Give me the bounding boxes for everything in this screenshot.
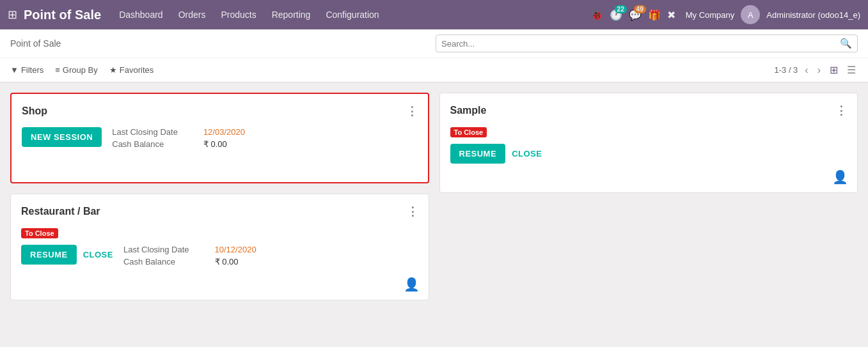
shop-card-header: Shop ⋮	[22, 104, 418, 118]
search-input[interactable]	[441, 39, 840, 49]
app-brand: Point of Sale	[24, 8, 101, 22]
nav-products[interactable]: Products	[221, 7, 256, 22]
pos-card-restaurant: Restaurant / Bar ⋮ To Close RESUME CLOSE…	[10, 194, 429, 300]
chat-badge: 49	[634, 5, 646, 13]
favorites-label: Favorites	[120, 65, 154, 75]
restaurant-card-menu-icon[interactable]: ⋮	[407, 204, 418, 219]
chat-icon[interactable]: 💬 49	[629, 9, 642, 21]
pos-card-shop: Shop ⋮ NEW SESSION Last Closing Date Cas…	[10, 93, 429, 183]
restaurant-card-title: Restaurant / Bar	[21, 206, 100, 217]
restaurant-resume-button[interactable]: RESUME	[21, 245, 77, 265]
gift-icon[interactable]: 🎁	[648, 9, 661, 21]
company-name[interactable]: My Company	[686, 10, 735, 20]
restaurant-info-values: 10/12/2020 ₹ 0.00	[215, 245, 256, 266]
new-session-button[interactable]: NEW SESSION	[22, 127, 102, 147]
notification-bug-icon[interactable]: 🐞	[590, 9, 603, 21]
clock-badge: 22	[615, 5, 627, 13]
restaurant-person-icon: 👤	[404, 277, 420, 292]
user-name[interactable]: Administrator (odoo14_e)	[766, 10, 860, 20]
restaurant-card-body: RESUME CLOSE Last Closing Date Cash Bala…	[21, 245, 418, 289]
shop-info-values: 12/03/2020 ₹ 0.00	[203, 127, 245, 149]
sample-card-menu-icon[interactable]: ⋮	[835, 104, 847, 118]
main-content: Shop ⋮ NEW SESSION Last Closing Date Cas…	[0, 82, 868, 311]
navbar-actions: 🐞 🕐 22 💬 49 🎁 ✖ My Company A Administrat…	[590, 5, 860, 24]
sample-card-title: Sample	[450, 105, 487, 116]
group-by-label: Group By	[63, 65, 98, 75]
filters-label: Filters	[21, 65, 43, 75]
group-by-icon: ≡	[55, 65, 60, 75]
shop-value-cash-balance: ₹ 0.00	[203, 139, 245, 149]
sample-card-body: RESUME CLOSE	[450, 144, 848, 182]
shop-label-closing-date: Last Closing Date	[112, 127, 178, 137]
restaurant-close-button[interactable]: CLOSE	[83, 250, 113, 259]
sample-resume-button[interactable]: RESUME	[450, 144, 506, 164]
sample-card-actions: RESUME CLOSE	[450, 144, 542, 164]
shop-card-body: NEW SESSION Last Closing Date Cash Balan…	[22, 127, 418, 172]
restaurant-info: Last Closing Date Cash Balance 10/12/202…	[123, 245, 418, 266]
restaurant-info-labels: Last Closing Date Cash Balance	[123, 245, 189, 266]
shop-info: Last Closing Date Cash Balance 12/03/202…	[112, 127, 417, 149]
top-navbar: ⊞ Point of Sale Dashboard Orders Product…	[0, 0, 868, 29]
filter-controls: ▼ Filters ≡ Group By ★ Favorites	[10, 65, 154, 75]
pos-card-sample: Sample ⋮ To Close RESUME CLOSE 👤	[439, 93, 858, 193]
clock-icon[interactable]: 🕐 22	[610, 9, 622, 21]
favorites-button[interactable]: ★ Favorites	[109, 65, 154, 75]
restaurant-label-cash-balance: Cash Balance	[123, 257, 189, 266]
restaurant-card-actions: RESUME CLOSE	[21, 245, 113, 265]
shop-card-actions: NEW SESSION	[22, 127, 102, 147]
shop-label-cash-balance: Cash Balance	[112, 139, 178, 149]
sample-person-icon: 👤	[832, 169, 848, 185]
top-section: Point of Sale 🔍 ▼ Filters ≡ Group By ★ F…	[0, 29, 868, 82]
shop-value-closing-date: 12/03/2020	[203, 127, 245, 137]
nav-orders[interactable]: Orders	[178, 7, 206, 22]
search-row: Point of Sale 🔍	[0, 29, 868, 58]
prev-page-icon[interactable]: ‹	[803, 63, 810, 78]
search-area: 🔍	[436, 35, 858, 52]
breadcrumb: Point of Sale	[10, 38, 61, 49]
filter-funnel-icon: ▼	[10, 65, 19, 75]
shop-card-menu-icon[interactable]: ⋮	[406, 104, 418, 118]
list-view-icon[interactable]: ☰	[845, 62, 858, 78]
left-column: Shop ⋮ NEW SESSION Last Closing Date Cas…	[10, 93, 429, 300]
sample-card-header: Sample ⋮	[450, 104, 848, 118]
nav-reporting[interactable]: Reporting	[272, 7, 311, 22]
restaurant-value-cash-balance: ₹ 0.00	[215, 257, 256, 266]
star-icon: ★	[109, 65, 117, 75]
restaurant-label-closing-date: Last Closing Date	[123, 245, 189, 254]
group-by-button[interactable]: ≡ Group By	[55, 65, 98, 75]
sample-close-button[interactable]: CLOSE	[512, 149, 542, 158]
sample-tag: To Close	[450, 127, 848, 144]
pagination-controls: 1-3 / 3 ‹ › ⊞ ☰	[774, 62, 858, 78]
sample-to-close-badge: To Close	[450, 127, 487, 137]
nav-dashboard[interactable]: Dashboard	[119, 7, 163, 22]
main-menu: Dashboard Orders Products Reporting Conf…	[119, 7, 590, 22]
right-column: Sample ⋮ To Close RESUME CLOSE 👤	[439, 93, 858, 300]
settings-icon[interactable]: ✖	[667, 9, 675, 21]
search-icon[interactable]: 🔍	[840, 38, 852, 49]
restaurant-tag: To Close	[21, 227, 418, 245]
kanban-view-icon[interactable]: ⊞	[828, 62, 840, 78]
shop-card-title: Shop	[22, 105, 47, 117]
avatar[interactable]: A	[741, 5, 760, 24]
restaurant-to-close-badge: To Close	[21, 228, 58, 238]
grid-icon[interactable]: ⊞	[8, 8, 17, 22]
shop-info-labels: Last Closing Date Cash Balance	[112, 127, 178, 149]
nav-configuration[interactable]: Configuration	[326, 7, 379, 22]
filter-row: ▼ Filters ≡ Group By ★ Favorites 1-3 / 3…	[0, 58, 868, 82]
pagination-text: 1-3 / 3	[774, 65, 798, 75]
filters-button[interactable]: ▼ Filters	[10, 65, 43, 75]
restaurant-value-closing-date: 10/12/2020	[215, 245, 256, 254]
restaurant-card-header: Restaurant / Bar ⋮	[21, 204, 418, 219]
next-page-icon[interactable]: ›	[816, 63, 823, 78]
